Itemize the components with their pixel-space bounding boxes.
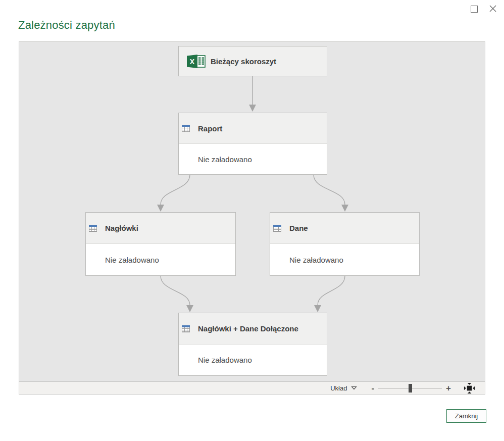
svg-text:X: X bbox=[190, 57, 195, 65]
close-window-button[interactable] bbox=[488, 4, 497, 13]
node-naglowki-dane-dolaczone[interactable]: Nagłówki + Dane Dołączone Nie załadowano bbox=[178, 313, 327, 376]
node-header: Nagłówki bbox=[86, 213, 235, 243]
arrowhead-icon bbox=[186, 305, 193, 312]
edge-raport-dane bbox=[314, 175, 345, 205]
node-label: Nagłówki + Dane Dołączone bbox=[198, 324, 298, 333]
table-icon bbox=[89, 225, 97, 232]
maximize-button[interactable] bbox=[470, 5, 478, 13]
fit-to-view-icon bbox=[463, 382, 476, 395]
zoom-out-button[interactable]: - bbox=[371, 384, 374, 393]
arrowhead-icon bbox=[314, 305, 321, 312]
node-naglowki[interactable]: Nagłówki Nie załadowano bbox=[85, 212, 236, 276]
table-icon bbox=[182, 125, 190, 132]
chevron-down-icon bbox=[351, 386, 357, 390]
fit-to-view-button[interactable] bbox=[463, 382, 476, 395]
excel-workbook-icon: X bbox=[187, 55, 206, 68]
node-biezacy-skoroszyt[interactable]: X Bieżący skoroszyt bbox=[178, 46, 327, 76]
node-status: Nie załadowano bbox=[179, 344, 327, 375]
node-label: Bieżący skoroszyt bbox=[211, 57, 276, 66]
edge-dane-merged bbox=[318, 276, 345, 305]
table-icon bbox=[182, 325, 190, 332]
close-icon bbox=[488, 4, 497, 13]
layout-dropdown[interactable]: Układ bbox=[330, 384, 357, 392]
zoom-slider[interactable] bbox=[378, 384, 442, 393]
edge-raport-naglowki bbox=[161, 175, 190, 205]
close-dialog-button[interactable]: Zamknij bbox=[446, 409, 486, 423]
node-label: Dane bbox=[289, 224, 308, 232]
node-status: Nie załadowano bbox=[86, 243, 235, 275]
maximize-icon bbox=[471, 6, 478, 13]
node-label: Raport bbox=[198, 124, 222, 133]
node-status: Nie załadowano bbox=[270, 243, 419, 275]
diagram-frame: X Bieżący skoroszyt Raport Nie załadowan… bbox=[19, 41, 485, 395]
zoom-in-button[interactable]: + bbox=[446, 384, 451, 393]
table-icon bbox=[273, 225, 281, 232]
node-header: Dane bbox=[270, 213, 419, 243]
arrowhead-icon bbox=[157, 205, 164, 212]
node-header: Raport bbox=[179, 113, 327, 143]
node-label: Nagłówki bbox=[105, 224, 138, 232]
page-title: Zależności zapytań bbox=[18, 19, 115, 32]
edge-naglowki-merged bbox=[161, 276, 190, 305]
diagram-canvas[interactable]: X Bieżący skoroszyt Raport Nie załadowan… bbox=[19, 42, 485, 381]
arrowhead-icon bbox=[341, 205, 348, 212]
node-header: Nagłówki + Dane Dołączone bbox=[179, 313, 327, 344]
node-raport[interactable]: Raport Nie załadowano bbox=[178, 113, 327, 175]
diagram-toolbar: Układ - + bbox=[19, 381, 485, 394]
node-dane[interactable]: Dane Nie załadowano bbox=[270, 212, 420, 276]
node-status: Nie załadowano bbox=[179, 143, 327, 174]
zoom-slider-thumb[interactable] bbox=[409, 384, 412, 393]
arrowhead-icon bbox=[249, 105, 256, 112]
layout-dropdown-label: Układ bbox=[330, 384, 347, 392]
